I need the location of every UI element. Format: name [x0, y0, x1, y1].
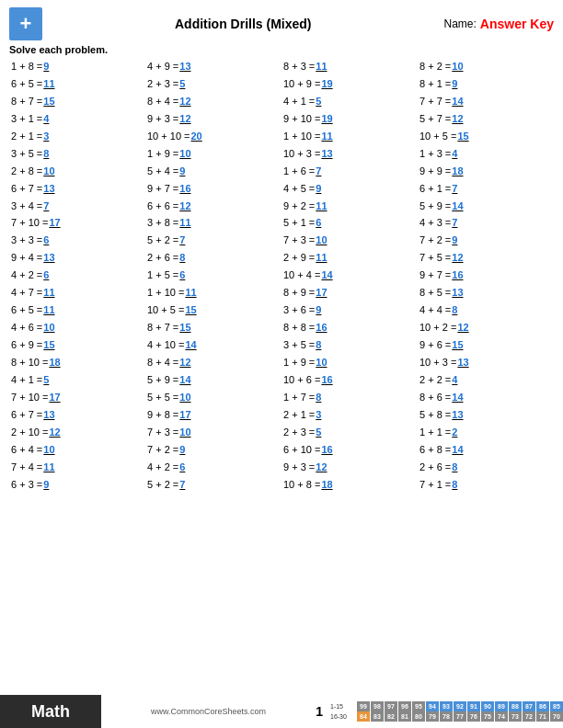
name-label: Name:: [444, 17, 477, 30]
problem-item: 2 + 9 = 11: [282, 250, 418, 267]
problem-answer: 11: [43, 303, 60, 318]
problem-item: 6 + 6 = 12: [145, 199, 282, 215]
problem-equation: 7 + 2 =: [419, 233, 451, 248]
problem-equation: 7 + 5 =: [419, 251, 451, 266]
problem-equation: 8 + 7 =: [147, 321, 178, 336]
name-area: Name: Answer Key: [444, 17, 555, 31]
problem-item: 4 + 9 = 13: [145, 59, 282, 75]
problem-answer: 20: [191, 130, 208, 144]
score-box: 89: [495, 701, 508, 711]
problem-item: 6 + 5 = 11: [9, 302, 145, 319]
problem-item: 5 + 5 = 10: [145, 390, 282, 406]
problem-answer: 12: [452, 251, 468, 266]
score-table: 1-1599989796959493929190898887868516-308…: [330, 701, 563, 722]
problem-answer: 10: [43, 165, 60, 179]
problem-equation: 8 + 10 =: [11, 356, 48, 370]
problems-grid: 1 + 8 = 94 + 9 = 138 + 3 = 118 + 2 = 106…: [9, 59, 554, 493]
problem-equation: 4 + 10 =: [147, 338, 184, 353]
problem-answer: 9: [452, 77, 468, 92]
problem-item: 10 + 2 = 12: [418, 320, 554, 336]
problem-item: 9 + 7 = 16: [418, 267, 554, 284]
problem-equation: 1 + 1 =: [419, 426, 451, 440]
score-box: 77: [454, 711, 466, 722]
problem-item: 8 + 7 = 15: [9, 94, 145, 110]
problem-equation: 1 + 10 =: [283, 130, 320, 144]
problem-answer: 8: [452, 461, 468, 475]
problem-item: 4 + 10 = 14: [145, 337, 282, 354]
problem-equation: 10 + 9 =: [283, 77, 320, 92]
problem-item: 7 + 2 = 9: [145, 442, 282, 459]
problem-equation: 6 + 3 =: [11, 478, 42, 493]
score-box: 84: [357, 711, 370, 722]
problem-equation: 2 + 2 =: [419, 373, 451, 388]
problem-item: 6 + 7 = 13: [9, 181, 145, 198]
problem-answer: 13: [179, 60, 196, 74]
problem-answer: 9: [452, 233, 468, 248]
problem-answer: 10: [452, 60, 468, 74]
problem-equation: 10 + 8 =: [283, 478, 320, 493]
problem-equation: 10 + 3 =: [283, 147, 320, 162]
problem-equation: 10 + 4 =: [283, 268, 320, 283]
problem-item: 3 + 5 = 8: [9, 146, 145, 163]
problem-item: 2 + 6 = 8: [145, 250, 282, 267]
footer: Math www.CommonCoreSheets.com 1 1-159998…: [0, 695, 563, 728]
problem-equation: 6 + 10 =: [283, 443, 320, 458]
page-number: 1: [316, 704, 323, 719]
score-range-label: 1-15: [330, 703, 356, 710]
problem-equation: 1 + 9 =: [283, 356, 315, 370]
problem-answer: 4: [452, 147, 468, 162]
problem-answer: 11: [179, 216, 196, 231]
problem-answer: 11: [316, 60, 332, 74]
score-box: 86: [536, 701, 549, 711]
problem-answer: 13: [43, 182, 60, 197]
problem-item: 5 + 7 = 12: [418, 111, 554, 128]
score-box: 96: [398, 701, 411, 711]
problem-item: 4 + 3 = 7: [418, 215, 554, 232]
problem-answer: 15: [185, 303, 201, 318]
problem-answer: 9: [316, 182, 332, 197]
problem-item: 7 + 1 = 8: [418, 477, 554, 494]
problem-equation: 2 + 3 =: [147, 77, 178, 92]
problem-item: 1 + 8 = 9: [9, 59, 145, 75]
score-box: 71: [536, 711, 549, 722]
problem-equation: 8 + 6 =: [419, 391, 451, 405]
problem-answer: 6: [179, 461, 196, 475]
problem-equation: 10 + 10 =: [147, 130, 190, 144]
answer-key-label: Answer Key: [480, 17, 554, 31]
problem-item: 3 + 6 = 9: [282, 302, 418, 319]
problem-answer: 4: [452, 373, 468, 388]
score-box: 88: [509, 701, 522, 711]
problem-answer: 12: [457, 321, 474, 336]
score-range-label: 16-30: [330, 713, 356, 720]
problem-answer: 6: [179, 268, 196, 283]
problem-item: 8 + 7 = 15: [145, 320, 282, 336]
problem-equation: 6 + 7 =: [11, 182, 42, 197]
problem-equation: 1 + 3 =: [419, 147, 451, 162]
problem-equation: 2 + 1 =: [11, 130, 42, 144]
score-box: 87: [523, 701, 535, 711]
problem-item: 3 + 4 = 7: [9, 199, 145, 215]
problem-answer: 2: [452, 426, 468, 440]
problem-equation: 5 + 7 =: [419, 112, 451, 127]
problem-answer: 5: [316, 95, 332, 109]
problem-item: 7 + 5 = 12: [418, 250, 554, 267]
problem-item: 6 + 9 = 15: [9, 337, 145, 354]
problem-answer: 13: [452, 408, 468, 423]
problem-equation: 3 + 1 =: [11, 112, 42, 127]
score-box: 81: [398, 711, 411, 722]
problem-answer: 13: [452, 286, 468, 301]
problem-answer: 8: [316, 338, 332, 353]
problem-answer: 12: [316, 461, 332, 475]
problem-answer: 6: [43, 268, 60, 283]
problem-item: 9 + 3 = 12: [282, 460, 418, 476]
problem-answer: 8: [179, 251, 196, 266]
problem-equation: 3 + 6 =: [283, 303, 315, 318]
problem-item: 3 + 5 = 8: [282, 337, 418, 354]
problem-answer: 5: [316, 426, 332, 440]
footer-url: www.CommonCoreSheets.com: [109, 707, 308, 716]
problem-item: 8 + 8 = 16: [282, 320, 418, 336]
problem-answer: 5: [43, 373, 60, 388]
problem-item: 2 + 3 = 5: [282, 425, 418, 441]
score-box: 97: [385, 701, 397, 711]
problem-equation: 5 + 5 =: [147, 391, 178, 405]
